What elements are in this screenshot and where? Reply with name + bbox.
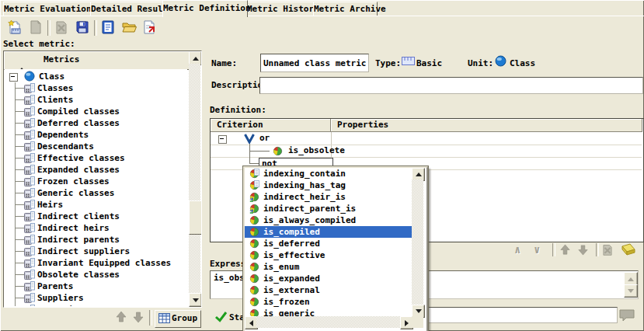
export-metrics-button[interactable] [141,19,158,37]
metric-tree-header-label: Metrics [44,54,79,64]
metric-tree-item[interactable]: Classes [5,82,187,94]
toolbar-separator [47,20,50,36]
metric-tree-item[interactable]: Generic classes [5,187,187,199]
new-metric-button[interactable] [6,19,23,37]
criterion-option[interactable]: indirect_parent_is [245,203,412,214]
comment-bubble-icon [618,308,635,322]
tree-item-label: Descendants [37,141,94,152]
criterion-row-is-obsolete[interactable]: is_obsolete [211,145,642,157]
open-metric-file-button[interactable] [120,19,138,37]
metric-tree-item[interactable]: Deferred classes [5,117,187,129]
move-metric-down-button[interactable] [132,311,144,323]
group-toggle-button[interactable]: Group [155,310,201,328]
collapse-expander[interactable] [218,135,227,144]
insert-and-operator-button[interactable]: ∧ [514,243,520,256]
tree-item-label: Parents [37,280,73,292]
criterion-option-label: is_expanded [263,273,320,284]
delete-metric-button[interactable] [53,19,70,37]
criterion-option[interactable]: indirect_heir_is [245,191,412,203]
tree-item-label: Expanded classes [37,164,120,176]
metric-tree-item[interactable]: Clients [5,94,187,106]
criterion-option-label: indexing_has_tag [263,179,346,191]
criterion-option[interactable]: is_compiled [245,226,412,238]
up-arrow-icon [115,311,127,323]
metric-tree-item[interactable]: Suppliers [5,292,187,304]
save-metric-icon [75,19,90,37]
criterion-option-label: is_deferred [263,238,320,249]
erase-definition-button[interactable] [618,243,636,259]
unit-value: Class [510,58,535,68]
tab-metric-definition[interactable]: Metric Definition [162,0,248,17]
import-metrics-button[interactable] [99,19,117,37]
metric-tree-root-class[interactable]: Class [5,71,187,82]
criterion-option[interactable]: indexing_contain [245,168,412,179]
criterion-dropdown: indexing_containindexing_has_tagindirect… [243,166,428,331]
criterion-row-or[interactable]: or [211,132,642,145]
comment-button[interactable] [618,308,635,325]
metric-tree-item[interactable]: Expanded classes [5,164,187,176]
name-field[interactable] [260,54,369,72]
criterion-option[interactable]: is_deferred [245,238,412,249]
tree-item-label: Frozen classes [37,176,110,187]
tree-item-label: Deferred classes [37,117,120,129]
tree-item-label: Generic classes [37,187,114,199]
tree-scrollbar-track[interactable] [189,64,200,293]
metric-tree-item[interactable]: Compiled classes [5,106,187,117]
tab-metric-archive[interactable]: Metric Archive [313,2,378,16]
unit-label: Unit: [468,58,493,68]
criterion-option[interactable]: is_frozen [245,296,412,308]
metric-tree: Metrics ClassClassesClientsCompiled clas… [3,51,202,308]
metric-tree-item[interactable]: Indirect parents [5,234,187,246]
criterion-option[interactable]: is_effective [245,249,412,261]
criterion-option[interactable]: is_expanded [245,273,412,284]
tab-metric-history[interactable]: Metric History [246,2,315,16]
tab-metric-evaluation[interactable]: Metric Evaluation [3,2,92,16]
class-unit-icon [495,55,506,69]
move-metric-up-button[interactable] [115,311,127,323]
column-header-criterion[interactable]: Criterion [211,119,331,132]
metric-tree-item[interactable]: Indirect clients [5,211,187,222]
criterion-option[interactable]: is_generic [245,308,412,316]
move-criterion-down-button[interactable] [577,244,589,258]
metric-tree-item[interactable]: Indirect suppliers [5,246,187,257]
metric-tree-item[interactable]: Invariant Equipped classes [5,257,187,269]
criterion-row-label: or [259,132,270,145]
expression-scrollbar[interactable] [624,272,637,296]
dropdown-vscroll-track[interactable] [412,179,423,305]
metric-tree-item[interactable]: Effective classes [5,152,187,164]
dropdown-hscroll-track[interactable] [256,316,400,328]
group-grid-icon [158,313,170,326]
metric-tree-item[interactable]: Parents [5,280,187,292]
metric-tree-item[interactable]: Frozen classes [5,176,187,187]
metric-tree-header[interactable]: Metrics [4,51,190,70]
metric-tree-item[interactable]: Indirect heirs [5,222,187,234]
metric-tree-item[interactable]: Heirs [5,199,187,211]
insert-or-operator-button[interactable]: ∨ [534,243,540,256]
down-arrow-icon [132,311,144,323]
save-metric-button[interactable] [74,19,91,37]
metric-tree-item[interactable]: Descendants [5,141,187,152]
metric-tree-item[interactable]: Uncompiled classes [5,304,187,306]
move-criterion-up-button[interactable] [559,244,571,258]
criterion-option[interactable]: is_always_compiled [245,214,412,226]
delete-criterion-button[interactable] [600,243,614,259]
status-valid-icon [214,310,228,326]
criterion-row-label: is_obsolete [288,145,345,157]
description-field[interactable] [259,77,643,94]
criterion-option[interactable]: is_enum [245,261,412,273]
tree-scrollbar-thumb[interactable] [189,200,202,235]
tab-detailed-result[interactable]: Detailed Result [90,2,164,16]
type-label: Type: [375,58,401,68]
column-header-properties[interactable]: Properties [331,119,642,132]
criterion-option-label: is_frozen [263,296,310,308]
criterion-option-label: is_external [263,284,320,296]
criterion-option[interactable]: is_external [245,284,412,296]
tree-expander[interactable] [9,73,18,82]
status-detail-field[interactable] [428,307,618,323]
bottom-separator [149,310,152,326]
metric-tree-item[interactable]: Dependents [5,129,187,141]
metric-tree-item[interactable]: Obsolete classes [5,269,187,280]
tree-scroll-down-button[interactable] [189,293,202,307]
duplicate-metric-button[interactable] [27,19,44,37]
criterion-option[interactable]: indexing_has_tag [245,179,412,191]
